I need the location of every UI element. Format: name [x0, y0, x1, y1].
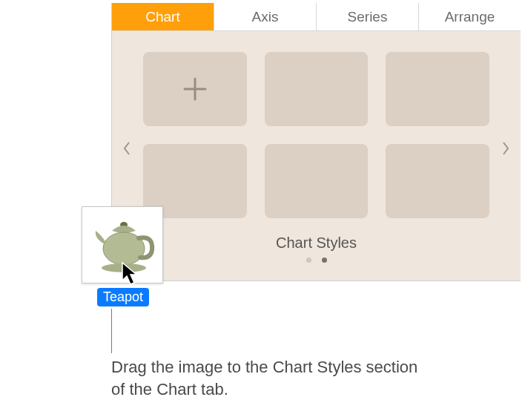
chart-style-swatch[interactable] — [265, 52, 369, 126]
chart-style-swatch[interactable] — [265, 144, 369, 218]
callout-leader-line — [111, 309, 112, 353]
thumbnail-image — [82, 206, 163, 283]
callout-text: Drag the image to the Chart Styles secti… — [111, 356, 423, 400]
page-dot[interactable] — [306, 257, 311, 263]
svg-point-5 — [102, 263, 146, 272]
plus-icon — [180, 74, 210, 104]
page-dots — [143, 257, 489, 263]
tab-chart[interactable]: Chart — [112, 3, 214, 30]
chart-styles-grid — [143, 52, 489, 218]
tab-series[interactable]: Series — [317, 3, 419, 30]
format-panel: Chart Axis Series Arrange Chart Styles — [111, 3, 521, 281]
tab-axis[interactable]: Axis — [214, 3, 317, 30]
tab-arrange[interactable]: Arrange — [419, 3, 521, 30]
chart-styles-label: Chart Styles — [143, 234, 489, 252]
dragged-file-label: Teapot — [97, 288, 149, 306]
styles-next-button[interactable] — [497, 135, 515, 165]
chart-styles-section: Chart Styles — [112, 31, 521, 280]
teapot-icon — [87, 213, 158, 277]
dragged-image-thumbnail[interactable]: Teapot — [82, 206, 165, 306]
tab-bar: Chart Axis Series Arrange — [112, 3, 521, 31]
chart-style-swatch[interactable] — [386, 52, 489, 126]
page-dot[interactable] — [322, 257, 327, 263]
styles-prev-button[interactable] — [118, 135, 136, 165]
add-chart-style-button[interactable] — [143, 52, 247, 126]
chart-style-swatch[interactable] — [386, 144, 489, 218]
